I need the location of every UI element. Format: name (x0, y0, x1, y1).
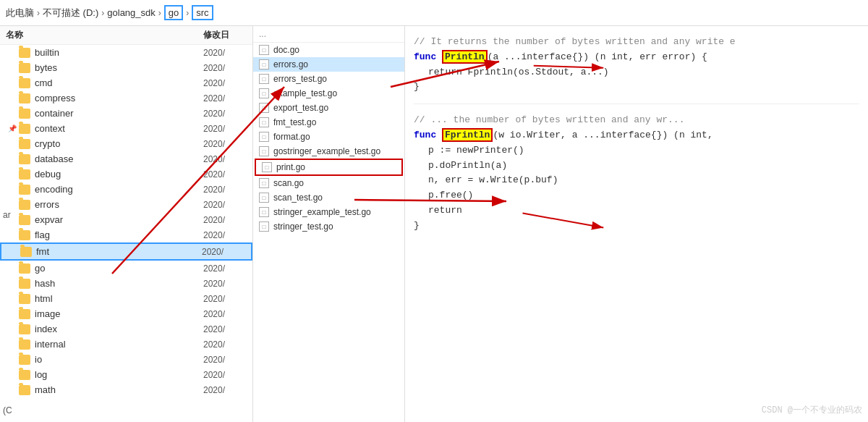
folder-icon (19, 169, 30, 180)
folder-item[interactable]: expvar2020/ (0, 212, 252, 227)
folder-item[interactable]: index2020/ (0, 321, 252, 337)
folder-item[interactable]: debug2020/ (0, 166, 252, 182)
folder-icon (19, 185, 30, 195)
folder-date: 2020/ (203, 309, 247, 319)
file-icon: □ (259, 117, 269, 127)
folder-name: compress (35, 93, 203, 104)
folder-item[interactable]: flag2020/ (0, 227, 252, 242)
file-item[interactable]: □errors.go (253, 57, 404, 72)
file-item[interactable]: □format.go (253, 130, 404, 144)
file-item[interactable]: □scan.go (253, 176, 404, 190)
folder-item[interactable]: io2020/ (0, 352, 252, 367)
file-icon: □ (259, 59, 269, 69)
breadcrumb-sep-3: › (158, 8, 161, 18)
println-highlight: Println (442, 50, 488, 64)
breadcrumb-sep-4: › (186, 8, 189, 18)
folder-item[interactable]: 📌context2020/ (0, 121, 252, 136)
file-name: export_test.go (273, 103, 328, 113)
folder-item[interactable]: database2020/ (0, 151, 252, 166)
upper-func-suffix: (a ...interface{}) (n int, err error) { (488, 51, 707, 62)
file-item[interactable]: □export_test.go (253, 101, 404, 115)
code-body-line: p.free() (414, 188, 859, 203)
pin-area: 📌 (6, 125, 19, 132)
file-item[interactable]: □stringer_test.go (253, 219, 404, 234)
folder-date: 2020/ (203, 63, 247, 73)
folder-item[interactable]: crypto2020/ (0, 136, 252, 151)
watermark: CSDN @一个不专业的码农 (762, 404, 862, 416)
upper-comment: // It returns the number of bytes writte… (414, 35, 859, 50)
folder-date: 2020/ (203, 215, 247, 225)
upper-code-section: // It returns the number of bytes writte… (414, 32, 859, 98)
folder-item[interactable]: builtin2020/ (0, 45, 252, 60)
folder-name: encoding (35, 184, 203, 195)
folder-name: bytes (35, 62, 203, 73)
code-content: // It returns the number of bytes writte… (405, 26, 868, 242)
folder-name: image (35, 308, 203, 319)
folder-name: io (35, 354, 203, 365)
file-item[interactable]: □stringer_example_test.go (253, 205, 404, 219)
folder-item[interactable]: go2020/ (0, 261, 252, 276)
folder-item[interactable]: bytes2020/ (0, 60, 252, 75)
file-item[interactable]: □fmt_test.go (253, 115, 404, 130)
folder-date: 2020/ (203, 154, 247, 164)
upper-func-line: func Println(a ...interface{}) (n int, e… (414, 50, 859, 65)
col-date-header: 修改日 (203, 29, 247, 41)
file-item[interactable]: □example_test.go (253, 86, 404, 101)
folder-item[interactable]: hash2020/ (0, 276, 252, 291)
upper-close: } (414, 80, 859, 95)
breadcrumb-this-pc[interactable]: 此电脑 (6, 7, 34, 20)
file-item[interactable]: □gostringer_example_test.go (253, 144, 404, 159)
breadcrumb-sep-2: › (101, 8, 104, 18)
folder-name: container (35, 108, 203, 119)
folder-icon (19, 48, 30, 58)
folder-item[interactable]: html2020/ (0, 291, 252, 306)
col-name-header: 名称 (6, 29, 203, 41)
folder-name: cmd (35, 77, 203, 88)
folder-item[interactable]: cmd2020/ (0, 75, 252, 90)
folder-date: 2020/ (203, 279, 247, 289)
file-item[interactable]: □errors_test.go (253, 72, 404, 86)
file-name: example_test.go (273, 88, 337, 98)
file-icon: □ (259, 146, 269, 156)
file-item[interactable]: □print.go (255, 159, 403, 176)
folder-item[interactable]: errors2020/ (0, 197, 252, 212)
folder-name: hash (35, 278, 203, 289)
breadcrumb-sep-1: › (37, 8, 40, 18)
folder-panel-header: 名称 修改日 (0, 26, 252, 45)
breadcrumb-src[interactable]: src (192, 5, 213, 20)
file-name: stringer_test.go (273, 221, 333, 232)
breadcrumb-go[interactable]: go (164, 5, 183, 20)
file-name: print.go (276, 162, 305, 172)
file-icon: □ (259, 207, 269, 217)
folder-item[interactable]: internal2020/ (0, 337, 252, 352)
folder-name: log (35, 369, 203, 380)
folder-item[interactable]: math2020/ (0, 382, 252, 397)
folder-item[interactable]: log2020/ (0, 367, 252, 382)
folder-date: 2020/ (203, 93, 247, 104)
lower-func-line: func Fprintln(w io.Writer, a ...interfac… (414, 128, 859, 143)
folder-item[interactable]: fmt2020/ (0, 242, 252, 261)
file-item[interactable]: □scan_test.go (253, 190, 404, 205)
folder-item[interactable]: container2020/ (0, 106, 252, 121)
file-item[interactable]: □doc.go (253, 43, 404, 57)
file-icon: □ (259, 45, 269, 55)
folder-item[interactable]: encoding2020/ (0, 182, 252, 197)
file-icon: □ (259, 103, 269, 113)
folder-name: index (35, 324, 203, 334)
file-icon: □ (259, 132, 269, 142)
file-icon: □ (259, 74, 269, 84)
folder-icon (19, 370, 30, 380)
folder-name: errors (35, 199, 203, 210)
folder-item[interactable]: compress2020/ (0, 90, 252, 106)
folder-date: 2020/ (203, 185, 247, 195)
folder-name: expvar (35, 214, 203, 225)
folder-icon (20, 247, 32, 257)
folder-icon (19, 309, 30, 319)
lower-code-section: // ... the number of bytes written and a… (414, 110, 859, 236)
folder-name: go (35, 263, 203, 274)
folder-item[interactable]: image2020/ (0, 306, 252, 321)
folder-date: 2020/ (203, 78, 247, 88)
file-icon: □ (259, 221, 269, 232)
breadcrumb-golang-sdk[interactable]: golang_sdk (107, 7, 156, 18)
breadcrumb-drive[interactable]: 不可描述 (D:) (43, 7, 98, 20)
